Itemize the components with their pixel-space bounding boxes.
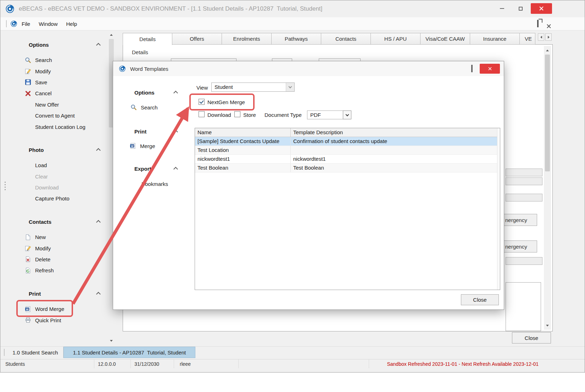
item-label: Search bbox=[35, 57, 52, 63]
button-label: nergency bbox=[505, 217, 527, 223]
sidebar-header-options[interactable]: Options bbox=[6, 40, 107, 49]
scroll-up-arrow[interactable] bbox=[544, 47, 551, 54]
screen-tab-student-search[interactable]: 1.0 Student Search bbox=[7, 347, 63, 358]
sidebar-item-save[interactable]: Save bbox=[6, 77, 107, 88]
document-type-combobox[interactable]: PDF bbox=[307, 110, 351, 119]
chevron-down-icon bbox=[345, 113, 349, 116]
section-title: Options bbox=[29, 42, 49, 48]
new-document-icon bbox=[24, 234, 32, 241]
left-arrow-icon bbox=[540, 36, 542, 39]
minimize-button[interactable] bbox=[494, 3, 510, 14]
tab-visa-coe-caaw[interactable]: Visa/CoE CAAW bbox=[420, 33, 470, 45]
cell-name: Test Boolean bbox=[195, 164, 291, 172]
restore-icon bbox=[537, 20, 539, 27]
maximize-button[interactable] bbox=[512, 3, 529, 14]
main-close-button[interactable]: Close bbox=[512, 332, 551, 343]
view-label: View bbox=[196, 85, 208, 91]
sidebar-header-print[interactable]: Print bbox=[6, 289, 107, 298]
nextgen-merge-checkbox[interactable] bbox=[199, 99, 205, 105]
tab-pathways[interactable]: Pathways bbox=[272, 33, 321, 45]
view-combobox[interactable]: Student bbox=[211, 83, 295, 92]
menu-file[interactable]: File bbox=[17, 17, 34, 30]
sidebar-item-download: Download bbox=[6, 182, 107, 193]
table-row[interactable]: Test Boolean Test Boolean bbox=[195, 164, 500, 172]
tab-contacts[interactable]: Contacts bbox=[321, 33, 371, 45]
form-field-fragment bbox=[506, 282, 541, 331]
cell-name: [Sample] Student Contacts Update bbox=[195, 137, 291, 146]
scroll-up-arrow[interactable] bbox=[108, 31, 115, 38]
form-field-fragment bbox=[506, 177, 542, 185]
screen-tab-student-details[interactable]: 1.1 Student Details - AP10287 Tutorial, … bbox=[63, 347, 195, 358]
column-header-name[interactable]: Name bbox=[195, 128, 291, 137]
scroll-down-arrow[interactable] bbox=[108, 337, 115, 344]
scrollbar-thumb[interactable] bbox=[545, 55, 550, 171]
sidebar-item-load[interactable]: Load bbox=[6, 160, 107, 171]
dialog-header-print[interactable]: Print bbox=[134, 129, 180, 135]
svg-text:W: W bbox=[131, 144, 134, 148]
scroll-down-arrow[interactable] bbox=[544, 322, 551, 329]
sidebar-item-student-location-log[interactable]: Student Location Log bbox=[6, 121, 107, 132]
dialog-close-window-button[interactable] bbox=[480, 64, 500, 74]
content-scrollbar[interactable] bbox=[544, 46, 551, 330]
sidebar-item-contact-delete[interactable]: Delete bbox=[6, 254, 107, 265]
sidebar-item-convert-to-agent[interactable]: Convert to Agent bbox=[6, 110, 107, 121]
menu-window[interactable]: Window bbox=[34, 17, 62, 30]
dialog-item-merge[interactable]: W Merge bbox=[129, 142, 155, 149]
close-icon bbox=[539, 6, 544, 11]
sidebar-header-photo[interactable]: Photo bbox=[6, 145, 107, 154]
sidebar-item-search[interactable]: Search bbox=[6, 55, 107, 66]
maximize-icon bbox=[471, 65, 473, 72]
download-checkbox[interactable] bbox=[199, 111, 205, 117]
mdi-restore-button[interactable] bbox=[537, 21, 539, 27]
tab-scroll-left-button[interactable] bbox=[538, 33, 544, 41]
dialog-item-search[interactable]: Search bbox=[130, 104, 158, 111]
sidebar-item-modify[interactable]: Modify bbox=[6, 66, 107, 76]
status-empty-cell bbox=[239, 359, 369, 368]
close-window-button[interactable] bbox=[531, 3, 552, 14]
word-templates-dialog: Word Templates Options Search Print W Me… bbox=[113, 61, 504, 310]
dialog-header-export[interactable]: Export bbox=[134, 166, 180, 172]
tab-offers[interactable]: Offers bbox=[172, 33, 222, 45]
store-label: Store bbox=[243, 112, 256, 118]
table-row[interactable]: [Sample] Student Contacts Update Confirm… bbox=[195, 137, 500, 146]
open-screens-bar: 1.0 Student Search 1.1 Student Details -… bbox=[0, 346, 585, 358]
dialog-maximize-button[interactable] bbox=[471, 66, 473, 72]
tab-hs-apu[interactable]: HS / APU bbox=[371, 33, 420, 45]
form-field-fragment bbox=[506, 194, 542, 201]
menu-help[interactable]: Help bbox=[62, 17, 82, 30]
item-label: Clear bbox=[35, 174, 48, 180]
table-row[interactable]: Test Location bbox=[195, 146, 500, 155]
sidebar-header-contacts[interactable]: Contacts bbox=[6, 217, 107, 226]
sidebar-item-contact-refresh[interactable]: Refresh bbox=[6, 265, 107, 276]
menu-bar: File Window Help bbox=[0, 17, 585, 30]
dialog-header-options[interactable]: Options bbox=[134, 90, 180, 96]
sidebar-item-quick-print[interactable]: Quick Print bbox=[6, 314, 107, 325]
sidebar-item-capture-photo[interactable]: Capture Photo bbox=[6, 193, 107, 204]
sidebar-item-cancel[interactable]: Cancel bbox=[6, 88, 107, 99]
dialog-close-button[interactable]: Close bbox=[461, 294, 499, 305]
combo-dropdown-button[interactable] bbox=[343, 110, 351, 119]
tab-details[interactable]: Details bbox=[123, 33, 172, 45]
tab-ve[interactable]: VE bbox=[520, 33, 535, 45]
item-label: Bookmarks bbox=[141, 181, 168, 187]
sidebar-item-contact-modify[interactable]: Modify bbox=[6, 243, 107, 254]
table-scrollbar[interactable] bbox=[497, 128, 500, 290]
section-title: Options bbox=[134, 90, 155, 96]
sidebar-item-word-merge[interactable]: W Word Merge bbox=[6, 303, 107, 314]
store-checkbox[interactable] bbox=[234, 111, 240, 117]
section-title: Export bbox=[134, 166, 151, 172]
tab-insurance[interactable]: Insurance bbox=[470, 33, 520, 45]
tab-scroll-right-button[interactable] bbox=[545, 33, 552, 41]
detail-tabs: Details Offers Enrolments Pathways Conta… bbox=[123, 33, 535, 45]
cell-description: nickwordtest1 bbox=[291, 155, 500, 163]
sidebar-item-contact-new[interactable]: New bbox=[6, 232, 107, 243]
tab-enrolments[interactable]: Enrolments bbox=[222, 33, 272, 45]
item-label: Word Merge bbox=[35, 306, 64, 312]
dialog-title-bar: Word Templates bbox=[113, 61, 504, 76]
table-row[interactable]: nickwordtest1 nickwordtest1 bbox=[195, 155, 500, 164]
column-header-description[interactable]: Template Description bbox=[291, 128, 500, 137]
dialog-item-bookmarks[interactable]: Bookmarks bbox=[141, 181, 168, 187]
sidebar-item-new-offer[interactable]: New Offer bbox=[6, 99, 107, 110]
combo-dropdown-button[interactable] bbox=[286, 83, 294, 91]
chevron-up-icon bbox=[96, 292, 101, 296]
